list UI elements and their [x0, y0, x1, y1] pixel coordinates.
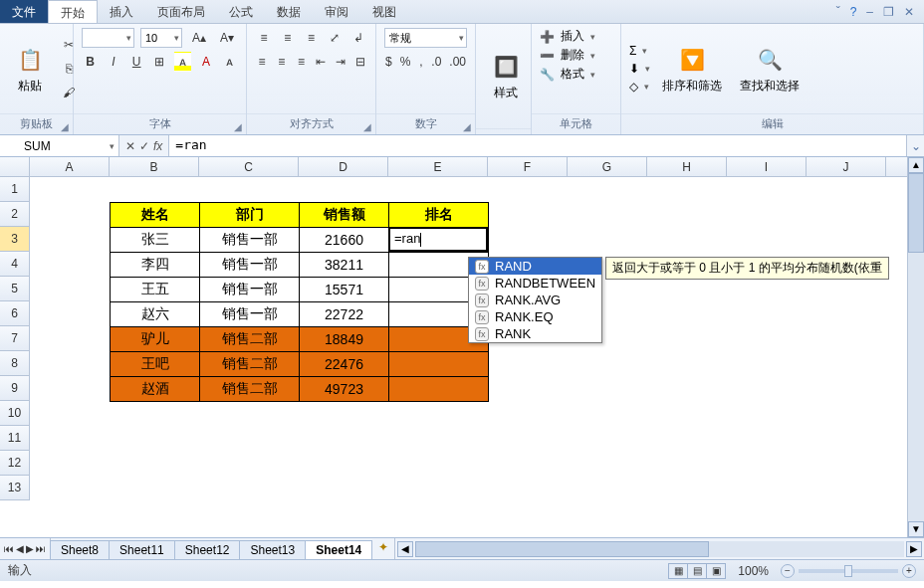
table-cell[interactable]: 22476: [300, 352, 389, 377]
fx-icon[interactable]: fx: [153, 139, 162, 153]
horizontal-scrollbar[interactable]: ◀ ▶: [394, 538, 924, 559]
row-header-4[interactable]: 4: [0, 252, 30, 277]
tab-first-icon[interactable]: ⏮: [4, 543, 14, 554]
launcher-icon[interactable]: ◢: [463, 121, 471, 132]
row-header-3[interactable]: 3: [0, 227, 30, 252]
table-cell[interactable]: 李四: [111, 253, 200, 278]
restore-icon[interactable]: ❐: [883, 5, 894, 19]
col-header-J[interactable]: J: [807, 157, 886, 176]
zoom-level[interactable]: 100%: [738, 564, 769, 578]
align-right-icon[interactable]: ≡: [295, 52, 309, 72]
expand-formula-icon[interactable]: ⌄: [906, 135, 924, 156]
wrap-text-icon[interactable]: ↲: [349, 28, 367, 48]
table-cell[interactable]: 18849: [300, 327, 389, 352]
dec-decimal-icon[interactable]: .00: [448, 52, 467, 72]
table-cell[interactable]: 38211: [300, 253, 389, 278]
format-button[interactable]: 🔧格式▾: [540, 66, 612, 83]
font-name-combo[interactable]: ▾: [82, 28, 134, 48]
table-cell[interactable]: 张三: [111, 228, 200, 253]
enter-formula-icon[interactable]: ✓: [139, 139, 149, 153]
table-header[interactable]: 姓名: [111, 203, 200, 228]
ribbon-min-icon[interactable]: ˇ: [836, 5, 840, 19]
bold-button[interactable]: B: [82, 52, 99, 72]
zoom-out-icon[interactable]: −: [781, 564, 795, 578]
launcher-icon[interactable]: ◢: [234, 121, 242, 132]
launcher-icon[interactable]: ◢: [61, 121, 69, 132]
table-cell[interactable]: 销售二部: [200, 327, 300, 352]
table-cell[interactable]: 王吧: [111, 352, 200, 377]
sheet-tab[interactable]: Sheet11: [109, 540, 175, 559]
inc-decimal-icon[interactable]: .0: [430, 52, 442, 72]
underline-button[interactable]: U: [128, 52, 145, 72]
row-header-7[interactable]: 7: [0, 326, 30, 351]
new-sheet-button[interactable]: ✦: [372, 538, 394, 559]
table-cell[interactable]: 销售二部: [200, 352, 300, 377]
help-icon[interactable]: ?: [850, 5, 857, 19]
scroll-up-icon[interactable]: ▲: [908, 157, 924, 173]
col-header-D[interactable]: D: [299, 157, 388, 176]
tab-view[interactable]: 视图: [360, 0, 408, 23]
find-select-button[interactable]: 🔍 查找和选择: [734, 42, 806, 97]
col-header-F[interactable]: F: [488, 157, 568, 176]
col-header-G[interactable]: G: [568, 157, 647, 176]
table-header[interactable]: 部门: [200, 203, 300, 228]
launcher-icon[interactable]: ◢: [363, 121, 371, 132]
table-cell[interactable]: 王五: [111, 278, 200, 302]
table-header[interactable]: 销售额: [300, 203, 389, 228]
font-color-button[interactable]: A: [197, 52, 214, 72]
sheet-tab[interactable]: Sheet13: [239, 540, 306, 559]
autocomplete-item[interactable]: fxRAND: [469, 258, 601, 275]
sheet-tab[interactable]: Sheet12: [174, 540, 241, 559]
table-cell[interactable]: 22722: [300, 302, 389, 327]
row-header-2[interactable]: 2: [0, 202, 30, 227]
number-format-combo[interactable]: 常规▾: [384, 28, 467, 48]
paste-button[interactable]: 📋 粘贴: [8, 42, 52, 97]
table-cell[interactable]: 49723: [300, 377, 389, 402]
cells-area[interactable]: 姓名部门销售额排名张三销售一部21660李四销售一部38211王五销售一部155…: [30, 177, 924, 500]
table-header[interactable]: 排名: [389, 203, 489, 228]
col-header-A[interactable]: A: [30, 157, 110, 176]
tab-last-icon[interactable]: ⏭: [36, 543, 46, 554]
italic-button[interactable]: I: [105, 52, 121, 72]
sheet-tab[interactable]: Sheet14: [305, 540, 372, 559]
tab-file[interactable]: 文件: [0, 0, 48, 23]
row-header-12[interactable]: 12: [0, 451, 30, 476]
shrink-font-icon[interactable]: A▾: [216, 28, 238, 48]
col-header-H[interactable]: H: [647, 157, 727, 176]
col-header-E[interactable]: E: [388, 157, 488, 176]
scroll-right-icon[interactable]: ▶: [906, 541, 922, 557]
autocomplete-item[interactable]: fxRANK.AVG: [469, 292, 601, 308]
table-cell[interactable]: 销售一部: [200, 278, 300, 302]
row-header-5[interactable]: 5: [0, 277, 30, 301]
vscroll-thumb[interactable]: [908, 173, 924, 253]
orientation-icon[interactable]: ⤢: [326, 28, 344, 48]
tab-prev-icon[interactable]: ◀: [16, 543, 24, 554]
align-bottom-icon[interactable]: ≡: [303, 28, 321, 48]
tab-next-icon[interactable]: ▶: [26, 543, 34, 554]
fill-color-button[interactable]: ᴀ: [174, 52, 191, 72]
tab-review[interactable]: 审阅: [313, 0, 360, 23]
fill-button[interactable]: ⬇▾: [629, 62, 650, 76]
zoom-slider[interactable]: − +: [781, 564, 916, 578]
row-header-10[interactable]: 10: [0, 401, 30, 426]
table-cell[interactable]: 销售一部: [200, 228, 300, 253]
align-left-icon[interactable]: ≡: [255, 52, 269, 72]
table-cell[interactable]: 销售一部: [200, 302, 300, 327]
grow-font-icon[interactable]: A▴: [188, 28, 210, 48]
phonetic-button[interactable]: ᴀ: [221, 52, 238, 72]
table-cell[interactable]: 销售一部: [200, 253, 300, 278]
currency-icon[interactable]: $: [384, 52, 393, 72]
table-cell[interactable]: 21660: [300, 228, 389, 253]
table-cell[interactable]: [389, 352, 489, 377]
minimize-icon[interactable]: –: [866, 5, 873, 19]
view-page-break-icon[interactable]: ▣: [706, 563, 726, 579]
scroll-down-icon[interactable]: ▼: [908, 521, 924, 537]
tab-formulas[interactable]: 公式: [217, 0, 265, 23]
sort-filter-button[interactable]: 🔽 排序和筛选: [656, 42, 728, 97]
editing-cell[interactable]: =ran: [388, 227, 488, 252]
scroll-left-icon[interactable]: ◀: [397, 541, 413, 557]
vertical-scrollbar[interactable]: ▲ ▼: [907, 157, 924, 537]
border-button[interactable]: ⊞: [151, 52, 168, 72]
table-cell[interactable]: 15571: [300, 278, 389, 302]
row-header-6[interactable]: 6: [0, 301, 30, 326]
